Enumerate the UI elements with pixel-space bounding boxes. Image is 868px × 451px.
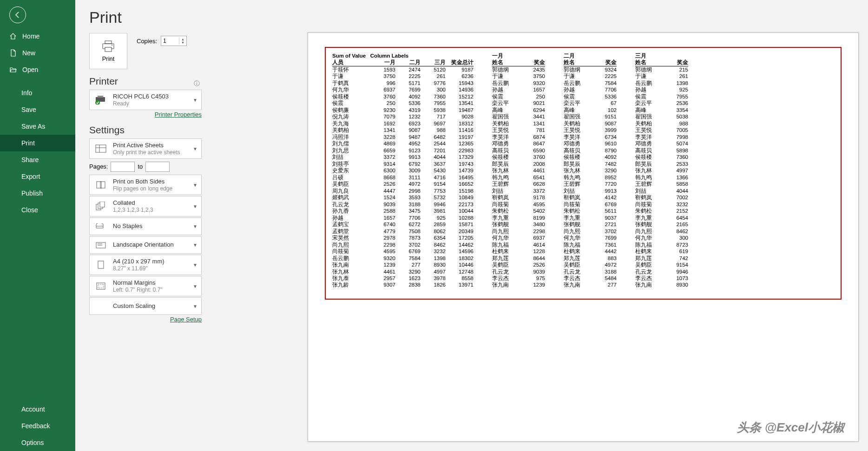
new-icon: [9, 49, 17, 57]
copies-up-icon[interactable]: ▲: [181, 38, 184, 41]
page-title: Print: [89, 8, 854, 26]
month-row: 于谦3750: [492, 73, 545, 79]
month-row: 侯震5336: [564, 93, 617, 100]
month-row: 张九南8930: [635, 281, 688, 288]
month-row: 郎昊辰2008: [492, 161, 545, 167]
month-row: 王碧辉7720: [564, 181, 617, 187]
month-row: 李九重8199: [492, 215, 545, 221]
month-row: 邓德勇8647: [492, 140, 545, 147]
print-what-select[interactable]: Print Active SheetsOnly print the active…: [89, 138, 202, 159]
month-row: 于谦2225: [564, 73, 617, 79]
month-row: 郑九莲883: [564, 255, 617, 261]
month-row: 刘喆9913: [564, 188, 617, 194]
scaling-select[interactable]: Custom Scaling▼: [89, 297, 202, 315]
month-row: 高筱贝6590: [492, 147, 545, 154]
month-row: 尚九熙2298: [492, 228, 545, 235]
copies-input[interactable]: [161, 38, 179, 44]
nav-share[interactable]: Share: [0, 151, 75, 168]
month-row: 李昊洋6734: [564, 134, 617, 140]
printer-status-icon: [95, 95, 107, 105]
chevron-down-icon: ▼: [193, 182, 197, 187]
combo-line1: Custom Scaling: [113, 302, 155, 310]
page-setup-link[interactable]: Page Setup: [89, 316, 202, 323]
back-button[interactable]: [9, 7, 26, 23]
nav-label: New: [22, 49, 35, 57]
month-row: 靳鹤岚9178: [492, 194, 545, 201]
combo-line2: Left: 0.7" Right: 0.7": [113, 287, 163, 293]
pivot-row: 冯照洋32289487648219197: [332, 134, 473, 140]
month-row: 王昊悦7005: [635, 127, 688, 133]
pivot-row: 史爱东63003009543014739: [332, 167, 473, 174]
copies-down-icon[interactable]: ▼: [181, 41, 184, 44]
combo-icon: [93, 179, 108, 190]
printer-select[interactable]: RICOH PCL6 C4503 Ready ▼: [89, 90, 202, 110]
month-row: 尚九熙3702: [564, 228, 617, 235]
nav-export[interactable]: Export: [0, 168, 75, 185]
pivot-row: 尚九熙22983702846214462: [332, 242, 473, 248]
pivot-row: 孟鹤宝67406272285915871: [332, 221, 473, 228]
combo-icon: [93, 301, 108, 312]
combo-line1: Collated: [113, 199, 153, 207]
month-row: 李九重6454: [635, 215, 688, 221]
nav-feedback[interactable]: Feedback: [0, 418, 75, 434]
month-row: 邓德勇5074: [635, 140, 688, 147]
nav-save-as[interactable]: Save As: [0, 118, 75, 135]
month-row: 侯震250: [492, 93, 545, 100]
month-row: 高筱贝8790: [564, 147, 617, 154]
nav-open[interactable]: Open: [0, 61, 75, 78]
month-row: 杜鹤来4442: [564, 248, 617, 255]
nav-options[interactable]: Options: [0, 434, 75, 451]
month-row: 孙越7706: [564, 86, 617, 93]
nav-close[interactable]: Close: [0, 202, 75, 218]
nav-publish[interactable]: Publish: [0, 185, 75, 202]
nav-account[interactable]: Account: [0, 401, 75, 418]
combo-icon: [93, 259, 108, 270]
month-row: 王昊悦3999: [564, 127, 617, 133]
nav-save[interactable]: Save: [0, 101, 75, 118]
nav-info[interactable]: Info: [0, 85, 75, 101]
pivot-row: 宋昊然29787873635417205: [332, 235, 473, 241]
pages-to-input[interactable]: [145, 162, 170, 172]
nav-new[interactable]: New: [0, 45, 75, 61]
printer-properties-link[interactable]: Printer Properties: [89, 111, 202, 118]
month-row: 于谦261: [635, 73, 688, 79]
pivot-row: 于鹤真9965171977615943: [332, 80, 473, 86]
pages-to-label: to: [138, 163, 143, 170]
month-row: 尚筱菊4595: [492, 201, 545, 208]
nav-home[interactable]: Home: [0, 28, 75, 45]
combo-line2: Only print the active sheets: [113, 149, 180, 156]
month-row: 侯筱楼3760: [492, 154, 545, 160]
margins-select[interactable]: Normal MarginsLeft: 0.7" Right: 0.7"▼: [89, 276, 202, 296]
nav-print[interactable]: Print: [0, 135, 75, 151]
month-row: 李云杰1073: [635, 275, 688, 281]
month-row: 岳云鹏7584: [564, 80, 617, 86]
pivot-row: 于谦375022252616236: [332, 73, 473, 79]
paper-size-select[interactable]: A4 (210 x 297 mm)8.27" x 11.69"▼: [89, 255, 202, 275]
pages-label: Pages:: [89, 163, 108, 170]
info-icon[interactable]: ⓘ: [194, 79, 200, 88]
month-row: 孔云龙9039: [492, 268, 545, 275]
pivot-row: 刘筱亭93146792363719743: [332, 161, 473, 167]
pivot-table: Sum of Value Column Labels人员一月二月三月奖金总计于筱…: [332, 52, 473, 288]
month-row: 刘喆3372: [492, 188, 545, 194]
month-row: 靳鹤岚7002: [635, 194, 688, 201]
watermark-text: 头条 @Excel小花椒: [737, 419, 844, 436]
month-row: 张九南277: [564, 281, 617, 288]
pages-from-input[interactable]: [111, 162, 135, 172]
chevron-down-icon: ▼: [193, 223, 197, 229]
month-row: 郭德纲2435: [492, 66, 545, 73]
copies-spinner[interactable]: ▲ ▼: [161, 36, 187, 46]
collate-select[interactable]: Collated1,2,3 1,2,3 1,2,3▼: [89, 196, 202, 216]
month-row: 朱鹤松2152: [635, 208, 688, 214]
staple-select[interactable]: No Staples▼: [89, 217, 202, 235]
print-button[interactable]: Print: [89, 33, 127, 69]
orientation-select[interactable]: Landscape Orientation▼: [89, 236, 202, 254]
chevron-down-icon: ▼: [193, 283, 197, 288]
pivot-row: 关鹤柏1341908798811416: [332, 127, 473, 133]
month-row: 何九华300: [635, 235, 688, 241]
combo-icon: [93, 239, 108, 250]
pivot-row: 孟鹤堂47797508806220349: [332, 228, 473, 235]
month-row: 张九林4997: [635, 167, 688, 174]
duplex-select[interactable]: Print on Both SidesFlip pages on long ed…: [89, 175, 202, 195]
pivot-row: 孔云龙90393188994622173: [332, 201, 473, 208]
